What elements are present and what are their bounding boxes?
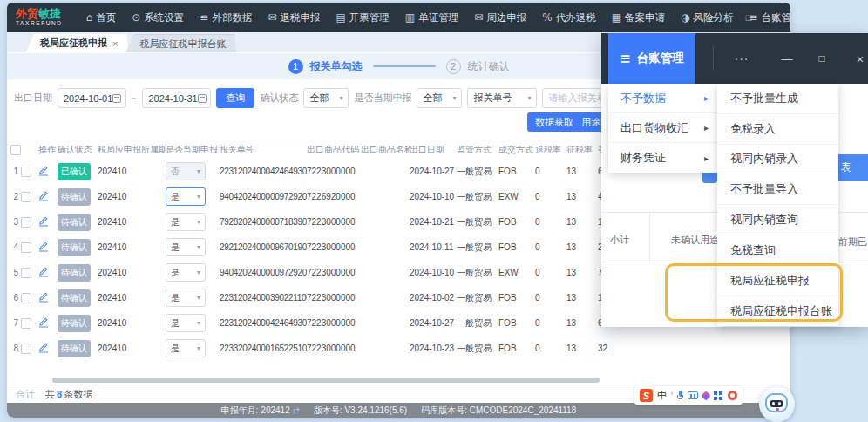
select-all-checkbox[interactable]: [10, 145, 21, 155]
edit-icon[interactable]: [38, 165, 49, 176]
sogou-logo-icon[interactable]: S: [640, 389, 653, 402]
edit-icon[interactable]: [38, 215, 49, 227]
row-checkbox[interactable]: [21, 167, 31, 177]
row-checkbox[interactable]: [21, 217, 31, 228]
row-number: 2: [10, 192, 18, 201]
submenu-arrow-icon: ▸: [704, 93, 709, 103]
nav-item-icon: ⊙: [132, 11, 140, 24]
menu-item[interactable]: 财务凭证 ▸: [608, 143, 718, 173]
ledger-nav-button[interactable]: ≡ 台账管理: [608, 33, 695, 84]
edit-icon[interactable]: [38, 342, 49, 353]
edit-icon[interactable]: [38, 241, 49, 252]
current-period-row-select[interactable]: 否 ▾: [166, 162, 206, 180]
current-period-row-select[interactable]: 是 ▾: [166, 238, 206, 256]
nav-item[interactable]: % 代办退税: [534, 3, 603, 32]
cell-deal-mode: FOB: [498, 318, 535, 328]
more-menu-button[interactable]: ···: [680, 3, 699, 32]
close-button[interactable]: ×: [849, 33, 868, 84]
submenu-item[interactable]: 不予批量导入: [717, 174, 838, 205]
cell-export-date: 2024-10-27: [410, 167, 457, 176]
nav-item[interactable]: ✉ 周边申报: [466, 3, 534, 32]
wubi-mode-icon[interactable]: [728, 391, 737, 400]
cell-declaration-no: 940420240000097292002: [220, 268, 307, 277]
row-checkbox[interactable]: [21, 344, 31, 354]
nav-item-icon: ✉: [474, 11, 483, 24]
current-period-row-select[interactable]: 是 ▾: [166, 187, 206, 206]
row-checkbox[interactable]: [21, 192, 31, 202]
col-header: 是否当期申报: [166, 144, 220, 156]
cell-period: 202410: [98, 344, 166, 353]
edit-icon[interactable]: [38, 190, 49, 201]
submenu-arrow-icon: ▸: [704, 153, 709, 163]
date-to-input[interactable]: 2024-10-31: [142, 88, 211, 108]
submenu-item[interactable]: 免税查询: [717, 235, 838, 266]
edit-icon[interactable]: [38, 266, 49, 277]
edit-icon[interactable]: [38, 316, 49, 328]
nav-item[interactable]: ≡ 外部数据: [192, 3, 260, 32]
row-number: 1: [10, 167, 18, 176]
more-menu-button[interactable]: ···: [730, 33, 753, 84]
toolbox-icon[interactable]: [714, 391, 717, 395]
maximize-button[interactable]: □: [810, 33, 833, 84]
current-period-row-select[interactable]: 是 ▾: [166, 289, 206, 307]
cell-tax-rate: 13: [566, 167, 598, 176]
nav-item[interactable]: ▥ 单证管理: [397, 3, 466, 32]
submenu-item[interactable]: 税局应征税申报: [717, 266, 838, 296]
robot-face-icon: [765, 393, 788, 412]
skin-icon[interactable]: [701, 391, 710, 400]
punctuation-icon[interactable]: ': [671, 391, 673, 401]
maximize-button[interactable]: □: [739, 3, 758, 32]
edit-icon[interactable]: [38, 291, 49, 303]
nav-item[interactable]: ▦ 备案申请: [604, 3, 673, 32]
horizontal-scrollbar[interactable]: [52, 378, 600, 383]
chevron-down-icon: ▾: [527, 94, 531, 102]
row-checkbox[interactable]: [21, 242, 31, 253]
tab-close-icon[interactable]: ×: [112, 38, 118, 49]
assistant-robot-button[interactable]: [759, 386, 795, 422]
keyboard-icon[interactable]: [688, 391, 698, 399]
col-header: 出口商品代码: [307, 144, 361, 156]
cell-declaration-no: 223120240003902211002: [220, 293, 307, 303]
swap-icon[interactable]: ⇄: [293, 405, 300, 415]
tab-tax-ledger[interactable]: 税局应征税申报台账: [125, 34, 236, 52]
total-label: 合计: [16, 388, 35, 401]
doc-type-select[interactable]: 报关单号 ▾: [467, 88, 537, 108]
nav-item[interactable]: ⊙ 系统设置: [124, 3, 192, 32]
partial-report-button[interactable]: 表: [833, 154, 868, 181]
microphone-icon[interactable]: [677, 391, 683, 401]
nav-item-icon: ⌂: [86, 11, 93, 24]
search-button[interactable]: 查询: [216, 88, 254, 108]
menu-item[interactable]: 不予数据 ▸: [608, 84, 718, 113]
codelib-info: 码库版本号: CMCODE2024C_20241118: [421, 405, 576, 417]
submenu-item[interactable]: 税局应征税申报台账: [717, 296, 838, 327]
minimize-button[interactable]: —: [776, 33, 798, 84]
cell-declaration-no: 223120240004246493001: [220, 167, 307, 176]
chinese-mode-icon[interactable]: 中: [657, 389, 667, 402]
current-period-select[interactable]: 全部 ▾: [417, 88, 462, 108]
col-header: 征税率: [566, 144, 598, 156]
minimize-button[interactable]: —: [704, 3, 723, 32]
nav-item[interactable]: ⌂ 首页: [78, 3, 125, 32]
current-period-row-select[interactable]: 是 ▾: [166, 213, 206, 231]
close-button[interactable]: ×: [765, 3, 784, 32]
submenu-item[interactable]: 不予批量生成: [717, 84, 838, 114]
tab-tax-declare[interactable]: 税局应征税申报 ×: [26, 34, 128, 52]
submenu-item[interactable]: 免税录入: [717, 114, 838, 145]
current-period-row-select[interactable]: 是 ▾: [166, 339, 206, 357]
nav-item-label: 开票管理: [349, 11, 390, 24]
nav-item-label: 外部数据: [212, 11, 252, 24]
current-period-row-select[interactable]: 是 ▾: [166, 314, 206, 332]
nav-item[interactable]: ✉ 退税申报: [260, 3, 328, 32]
submenu-item[interactable]: 视同内销录入: [717, 145, 838, 175]
date-from-input[interactable]: 2024-10-01: [58, 88, 126, 108]
cell-deal-mode: EXW: [498, 192, 535, 201]
main-titlebar: 外贸敏捷 TAXREFUND ⌂ 首页 ⊙ 系统设置 ≡ 外部数据: [7, 3, 790, 32]
current-period-row-select[interactable]: 是 ▾: [166, 263, 206, 282]
nav-item[interactable]: ▤ 开票管理: [328, 3, 397, 32]
row-checkbox[interactable]: [21, 268, 31, 278]
row-checkbox[interactable]: [21, 293, 31, 303]
menu-item[interactable]: 出口货物收汇 ▸: [608, 113, 718, 143]
confirm-status-select[interactable]: 全部 ▾: [303, 88, 349, 108]
row-checkbox[interactable]: [21, 318, 31, 329]
submenu-item[interactable]: 视同内销查询: [717, 205, 838, 235]
